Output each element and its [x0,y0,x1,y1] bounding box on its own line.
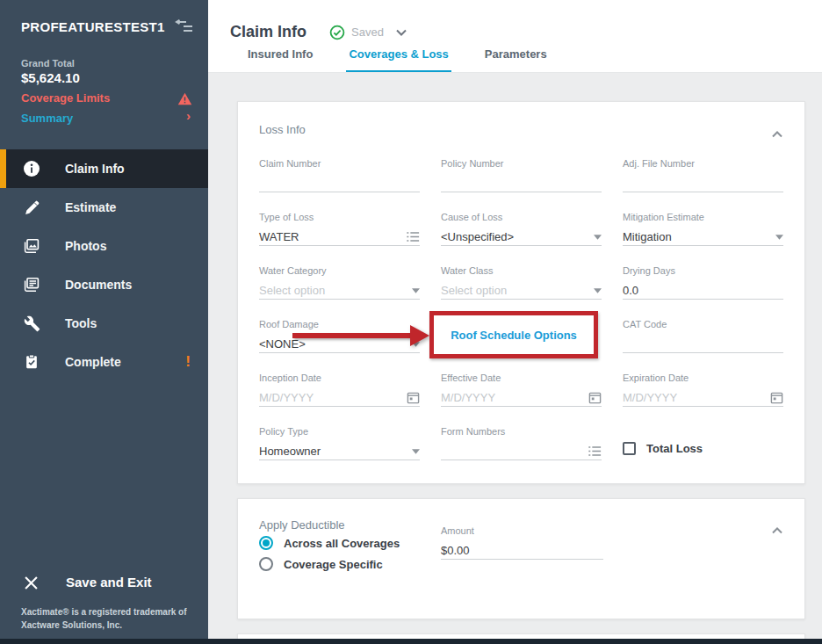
chevron-right-icon: › [186,108,191,123]
sidebar-item-label: Documents [65,278,132,292]
roof-damage-select[interactable]: <NONE> [259,336,420,353]
total-loss-checkbox[interactable] [623,442,636,455]
amount-input[interactable]: $0.00 [441,542,603,560]
effective-date-input[interactable]: M/D/YYYY [441,389,602,407]
caret-down-icon [594,288,602,293]
claim-number-input[interactable] [259,175,420,192]
mitigation-estimate-select[interactable]: Mitigation [623,228,783,246]
saved-status[interactable]: Saved [329,25,407,40]
sidebar-collapse-icon[interactable] [175,19,194,35]
cause-of-loss-select[interactable]: <Unspecified> [441,228,602,246]
sidebar-nav: Claim Info Estimate Photos [0,149,208,381]
field-water-class: Water Class Select option [441,265,602,300]
photo-icon [23,237,40,255]
window-bottom-edge [0,639,822,644]
coverage-limits-link[interactable]: Coverage Limits [21,91,110,105]
grand-total-value: $5,624.10 [21,70,80,85]
radio-across-all-coverages[interactable]: Across all Coverages [259,536,400,550]
apply-deductible-card: Apply Deductible Across all Coverages Co… [237,498,805,619]
sidebar-item-estimate[interactable]: Estimate [0,188,208,227]
value-list-icon[interactable] [588,445,602,457]
tab-insured-info[interactable]: Insured Info [245,47,315,72]
radio-button-selected-icon[interactable] [259,536,273,550]
sidebar-item-complete[interactable]: Complete ! [0,343,208,381]
cat-code-input[interactable] [623,336,783,353]
field-cat-code: CAT Code [623,319,783,353]
field-inception-date: Inception Date M/D/YYYY [259,373,420,407]
content-area: Loss Info Claim Number Policy Number [208,74,822,639]
chevron-down-icon[interactable] [396,29,407,36]
field-form-numbers: Form Numbers [441,426,602,460]
tab-parameters[interactable]: Parameters [482,47,550,72]
calendar-icon[interactable] [770,391,783,404]
field-amount: Amount $0.00 [441,525,603,560]
field-drying-days: Drying Days 0.0 [623,265,783,300]
page-header: Claim Info Saved Insured Info Coverages … [208,0,822,73]
clipboard-check-icon [23,353,40,371]
sidebar-item-claim-info[interactable]: Claim Info [0,149,208,188]
sidebar-item-label: Photos [65,239,106,253]
policy-type-select[interactable]: Homeowner [259,443,420,460]
caret-down-icon [594,235,602,240]
water-class-select[interactable]: Select option [441,282,602,300]
policy-number-input[interactable] [441,175,602,192]
grand-total-label: Grand Total [21,58,75,69]
water-category-select[interactable]: Select option [259,282,420,300]
loss-info-card: Loss Info Claim Number Policy Number [237,101,805,484]
sidebar-item-label: Estimate [65,200,116,214]
wrench-icon [23,315,40,332]
sidebar-item-tools[interactable]: Tools [0,304,208,343]
radio-button-icon[interactable] [259,557,273,571]
sidebar-item-label: Claim Info [65,162,125,176]
saved-check-icon [329,25,345,40]
field-claim-number: Claim Number [259,158,420,192]
complete-alert-badge: ! [185,353,191,371]
warning-triangle-icon [177,92,192,105]
annotation-highlight-box: Roof Schedule Options [429,311,598,358]
calendar-icon[interactable] [407,391,420,404]
sidebar-item-label: Tools [65,316,97,330]
form-numbers-input[interactable] [441,443,602,460]
expiration-date-input[interactable]: M/D/YYYY [623,389,783,407]
info-icon [23,160,40,177]
field-mitigation-estimate: Mitigation Estimate Mitigation [623,212,783,246]
trademark-text: Xactimate® is a registered trademark of … [21,606,197,632]
value-list-icon[interactable] [406,231,420,242]
calendar-icon[interactable] [588,391,602,404]
caret-down-icon [412,288,420,293]
field-policy-number: Policy Number [441,158,602,192]
document-icon [23,276,40,293]
saved-label: Saved [351,25,384,39]
drying-days-input[interactable]: 0.0 [623,282,783,300]
sidebar-item-documents[interactable]: Documents [0,265,208,304]
field-water-category: Water Category Select option [259,265,420,300]
collapse-section-icon[interactable] [772,126,783,133]
summary-link[interactable]: Summary [21,112,73,125]
field-type-of-loss: Type of Loss WATER [259,212,420,246]
tab-bar: Insured Info Coverages & Loss Parameters [245,47,550,72]
type-of-loss-input[interactable]: WATER [259,228,420,246]
field-effective-date: Effective Date M/D/YYYY [441,373,602,407]
inception-date-input[interactable]: M/D/YYYY [259,389,420,407]
project-title: PROFEATURESTEST1 [21,19,170,34]
total-loss-option[interactable]: Total Loss [623,426,783,460]
annotation-arrow-shaft [292,333,412,338]
sidebar-item-photos[interactable]: Photos [0,227,208,265]
field-policy-type: Policy Type Homeowner [259,426,420,460]
save-and-exit-button[interactable]: Save and Exit [0,569,208,597]
collapse-section-icon[interactable] [772,522,783,529]
tab-coverages-loss[interactable]: Coverages & Loss [346,47,451,72]
field-expiration-date: Expiration Date M/D/YYYY [623,373,783,407]
section-title-apply-deductible: Apply Deductible [259,518,345,532]
save-and-exit-label: Save and Exit [66,575,152,590]
close-icon [25,576,38,590]
radio-coverage-specific[interactable]: Coverage Specific [259,557,383,571]
caret-down-icon [775,235,783,240]
adj-file-number-input[interactable] [623,175,783,192]
section-title-loss-info: Loss Info [259,123,306,136]
page-title: Claim Info [230,23,306,41]
annotation-arrow-head [410,325,429,346]
roof-schedule-options-link[interactable]: Roof Schedule Options [451,329,577,342]
caret-down-icon [412,449,420,454]
field-cause-of-loss: Cause of Loss <Unspecified> [441,212,602,246]
